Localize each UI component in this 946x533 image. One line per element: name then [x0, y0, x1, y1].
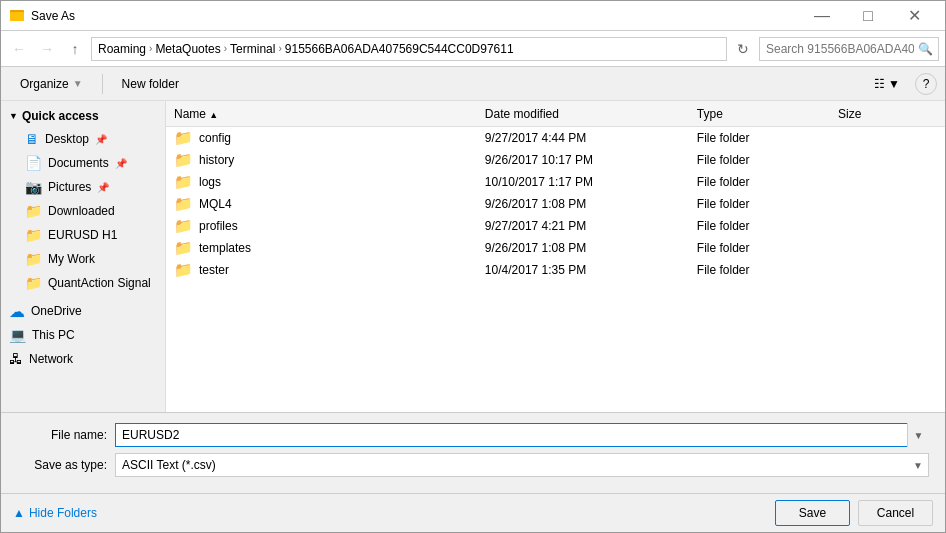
file-name-cell: 📁 tester	[174, 261, 485, 279]
downloaded-icon: 📁	[25, 203, 42, 219]
view-toggle-button[interactable]: ☷ ▼	[863, 71, 911, 97]
table-row[interactable]: 📁 tester 10/4/2017 1:35 PM File folder	[166, 259, 945, 281]
sidebar-item-documents[interactable]: 📄 Documents 📌	[1, 151, 165, 175]
file-type-cell: File folder	[697, 219, 838, 233]
up-button[interactable]: ↑	[63, 37, 87, 61]
file-name-text: history	[199, 153, 234, 167]
folder-icon: 📁	[174, 261, 193, 279]
file-date-cell: 9/27/2017 4:44 PM	[485, 131, 697, 145]
file-type-cell: File folder	[697, 131, 838, 145]
my-work-label: My Work	[48, 252, 95, 266]
new-folder-button[interactable]: New folder	[111, 71, 190, 97]
folder-icon: 📁	[174, 129, 193, 147]
desktop-label: Desktop	[45, 132, 89, 146]
table-row[interactable]: 📁 templates 9/26/2017 1:08 PM File folde…	[166, 237, 945, 259]
title-bar-controls: — □ ✕	[799, 1, 937, 31]
file-type-cell: File folder	[697, 197, 838, 211]
sidebar-item-network[interactable]: 🖧 Network	[1, 347, 165, 371]
close-button[interactable]: ✕	[891, 1, 937, 31]
title-bar-icon	[9, 8, 25, 24]
breadcrumb-roaming: Roaming	[98, 42, 146, 56]
table-row[interactable]: 📁 config 9/27/2017 4:44 PM File folder	[166, 127, 945, 149]
documents-icon: 📄	[25, 155, 42, 171]
eurusd-icon: 📁	[25, 227, 42, 243]
minimize-button[interactable]: —	[799, 1, 845, 31]
file-type-cell: File folder	[697, 241, 838, 255]
file-name-text: config	[199, 131, 231, 145]
address-bar: ← → ↑ Roaming › MetaQuotes › Terminal › …	[1, 31, 945, 67]
file-type-cell: File folder	[697, 263, 838, 277]
quantaction-label: QuantAction Signal	[48, 276, 151, 290]
network-icon: 🖧	[9, 351, 23, 367]
file-name-text: profiles	[199, 219, 238, 233]
col-type-header[interactable]: Type	[697, 107, 838, 121]
documents-label: Documents	[48, 156, 109, 170]
hide-folders-arrow-icon: ▲	[13, 506, 25, 520]
quick-access-label: Quick access	[22, 109, 99, 123]
onedrive-icon: ☁	[9, 302, 25, 321]
sidebar-item-this-pc[interactable]: 💻 This PC	[1, 323, 165, 347]
refresh-button[interactable]: ↻	[731, 37, 755, 61]
breadcrumb-metaquotes: MetaQuotes	[155, 42, 220, 56]
documents-pin-icon: 📌	[115, 158, 127, 169]
file-date-cell: 9/26/2017 1:08 PM	[485, 241, 697, 255]
sidebar-item-my-work[interactable]: 📁 My Work	[1, 247, 165, 271]
file-name-dropdown-arrow[interactable]: ▼	[907, 423, 929, 447]
file-type-cell: File folder	[697, 175, 838, 189]
back-button[interactable]: ←	[7, 37, 31, 61]
folder-icon: 📁	[174, 239, 193, 257]
save-button[interactable]: Save	[775, 500, 850, 526]
organize-label: Organize	[20, 77, 69, 91]
file-name-input[interactable]	[115, 423, 929, 447]
sidebar-item-downloaded[interactable]: 📁 Downloaded	[1, 199, 165, 223]
organize-button[interactable]: Organize ▼	[9, 71, 94, 97]
file-date-cell: 9/26/2017 1:08 PM	[485, 197, 697, 211]
file-name-cell: 📁 config	[174, 129, 485, 147]
file-name-input-wrapper: ▼	[115, 423, 929, 447]
col-size-header[interactable]: Size	[838, 107, 937, 121]
breadcrumb-folder-id: 915566BA06ADA407569C544CC0D97611	[285, 42, 514, 56]
maximize-button[interactable]: □	[845, 1, 891, 31]
sidebar-item-desktop[interactable]: 🖥 Desktop 📌	[1, 127, 165, 151]
forward-button[interactable]: →	[35, 37, 59, 61]
file-list-header: Name ▲ Date modified Type Size	[166, 101, 945, 127]
breadcrumb-bar[interactable]: Roaming › MetaQuotes › Terminal › 915566…	[91, 37, 727, 61]
breadcrumb-terminal: Terminal	[230, 42, 275, 56]
col-date-header[interactable]: Date modified	[485, 107, 697, 121]
onedrive-label: OneDrive	[31, 304, 82, 318]
table-row[interactable]: 📁 MQL4 9/26/2017 1:08 PM File folder	[166, 193, 945, 215]
sort-arrow-icon: ▲	[209, 110, 218, 120]
table-row[interactable]: 📁 logs 10/10/2017 1:17 PM File folder	[166, 171, 945, 193]
file-name-text: MQL4	[199, 197, 232, 211]
sidebar-item-eurusd-h1[interactable]: 📁 EURUSD H1	[1, 223, 165, 247]
my-work-icon: 📁	[25, 251, 42, 267]
sidebar-item-pictures[interactable]: 📷 Pictures 📌	[1, 175, 165, 199]
hide-folders-button[interactable]: ▲ Hide Folders	[13, 506, 97, 520]
file-date-cell: 9/26/2017 10:17 PM	[485, 153, 697, 167]
file-name-text: templates	[199, 241, 251, 255]
sidebar-item-quantaction-signal[interactable]: 📁 QuantAction Signal	[1, 271, 165, 295]
save-as-type-row: Save as type: ASCII Text (*.csv) ▼	[17, 453, 929, 477]
quick-access-header[interactable]: ▼ Quick access	[1, 105, 165, 127]
save-as-type-select[interactable]: ASCII Text (*.csv)	[115, 453, 929, 477]
network-label: Network	[29, 352, 73, 366]
action-bar: ▲ Hide Folders Save Cancel	[1, 493, 945, 532]
save-as-type-wrapper: ASCII Text (*.csv) ▼	[115, 453, 929, 477]
file-list-area: Name ▲ Date modified Type Size 📁 config	[166, 101, 945, 412]
table-row[interactable]: 📁 history 9/26/2017 10:17 PM File folder	[166, 149, 945, 171]
new-folder-label: New folder	[122, 77, 179, 91]
col-name-header[interactable]: Name ▲	[174, 107, 485, 121]
quick-access-chevron-icon: ▼	[9, 111, 18, 121]
cancel-button[interactable]: Cancel	[858, 500, 933, 526]
sidebar: ▼ Quick access 🖥 Desktop 📌 📄 Documents 📌…	[1, 101, 166, 412]
folder-icon: 📁	[174, 195, 193, 213]
file-date-cell: 10/10/2017 1:17 PM	[485, 175, 697, 189]
help-button[interactable]: ?	[915, 73, 937, 95]
desktop-pin-icon: 📌	[95, 134, 107, 145]
table-row[interactable]: 📁 profiles 9/27/2017 4:21 PM File folder	[166, 215, 945, 237]
search-input[interactable]	[759, 37, 939, 61]
file-name-label: File name:	[17, 428, 107, 442]
save-as-type-label: Save as type:	[17, 458, 107, 472]
sidebar-item-onedrive[interactable]: ☁ OneDrive	[1, 299, 165, 323]
file-rows-container: 📁 config 9/27/2017 4:44 PM File folder 📁…	[166, 127, 945, 281]
